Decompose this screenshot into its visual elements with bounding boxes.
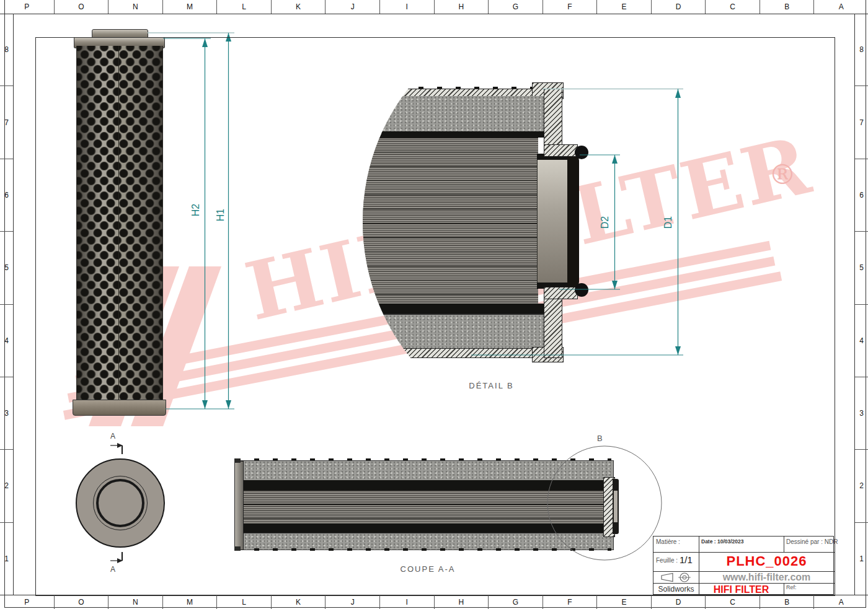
coupe-a-a-view [234,458,622,551]
grid-letter: C [705,595,760,609]
inner-tube [537,154,568,289]
sheet-number: 1/1 [680,554,693,565]
registered-trademark-icon: ® [769,159,796,190]
grid-number: 6 [0,159,13,231]
grid-letter: P [0,0,54,14]
end-cap-section [363,96,561,133]
grid-band-left: 87654321 [0,14,14,595]
sheet-label: Feuille : [656,557,678,564]
collar-lip-top [544,144,578,157]
grid-number: 5 [855,231,868,304]
grid-letter: M [162,595,217,609]
grid-number: 3 [855,377,868,449]
grid-number: 7 [855,85,868,158]
collar-lip-bottom [544,287,578,299]
collar-seal-highlight [614,491,618,522]
collar-wall-lower [544,292,562,358]
grid-letter: L [216,0,271,14]
grid-letter: O [54,0,108,14]
pleated-media-section [238,489,603,524]
grid-letter: B [760,595,814,609]
grid-number: 8 [855,14,868,85]
left-end-cap [234,461,244,550]
seal-band-bottom [238,524,606,533]
grid-number: 4 [0,304,13,377]
grid-band-bottom: PONMLKJIHGFEDCBA [0,595,868,609]
dim-label-d2: D2 [600,216,611,229]
drawing-sheet: HIFI FILTER ® A A [0,0,868,609]
o-ring-bottom [575,283,588,297]
title-block-divider [784,537,784,552]
grid-letter: O [54,595,108,609]
top-view-inner-ring [96,479,144,527]
drawn-by-label: Dessiné par : NDR [786,538,838,545]
grid-number: 7 [0,85,13,158]
mesh-center-seam [118,46,119,404]
section-bottom-notches [236,548,611,551]
title-block-divider [653,583,835,584]
seal-band-top [238,480,606,489]
grid-number: 2 [855,449,868,522]
grid-letter: N [108,595,162,609]
left-cap-notch [234,546,241,551]
grid-letter: A [813,595,868,609]
brand-name: HIFI FILTER [699,584,784,595]
pleated-media-section [363,138,538,304]
filter-perforated-mesh [76,46,163,404]
grid-letter: J [325,595,379,609]
grid-letter: J [325,0,379,14]
grid-letter: E [596,0,651,14]
section-cut-letter-bottom: A [110,565,115,574]
dim-label-h2: H2 [190,204,202,216]
grid-letter: M [162,0,217,14]
grid-letter: D [651,0,706,14]
grid-number: 2 [0,449,13,522]
grid-letter: H [434,0,489,14]
grid-letter: D [651,595,706,609]
o-ring-top [575,146,588,159]
grid-letter: G [488,595,542,609]
grid-letter: E [596,595,651,609]
projection-symbol-icon [660,572,694,582]
collar-wall-upper [544,89,562,151]
ref-label: Ref: [786,584,797,590]
seal-band-bottom [363,304,544,313]
detail-b-view [363,87,611,357]
grid-letter: I [379,595,434,609]
title-block-divider [653,552,835,553]
grid-band-right: 87654321 [854,14,868,595]
grid-letter: I [379,0,434,14]
grid-band-top: PONMLKJIHGFEDCBA [0,0,868,14]
dim-label-h1: H1 [215,209,226,221]
software-label: Solidworks [653,585,699,594]
grid-letter: A [813,0,868,14]
grid-letter: H [434,595,489,609]
grid-number: 1 [0,522,13,595]
grid-letter: P [0,595,54,609]
coupe-a-a-caption: COUPE A-A [381,564,474,574]
section-cut-letter-top: A [110,432,115,440]
part-number: PLHC_0026 [699,553,835,569]
grid-letter: C [705,0,760,14]
outer-shell-top [236,460,614,481]
dim-label-d1: D1 [663,216,674,229]
grid-letter: G [488,0,542,14]
grid-number: 6 [855,159,868,231]
left-cap-notch [234,458,241,463]
seal-band-top [363,131,544,138]
grid-letter: B [760,0,814,14]
grid-letter: K [271,595,326,609]
date-label: Date : 10/03/2023 [701,538,744,545]
website-text: www.hifi-filter.com [699,572,835,583]
grid-number: 4 [855,304,868,377]
grid-letter: F [542,0,597,14]
outer-shell-bottom [236,533,614,550]
grid-number: 8 [0,14,13,85]
grid-letter: L [216,595,271,609]
detail-b-caption: DÉTAIL B [446,381,536,390]
seal-ring-section [567,155,579,287]
grid-number: 5 [0,231,13,304]
material-label: Matière : [656,538,680,545]
filter-bottom-cap [73,400,166,416]
grid-number: 1 [855,522,868,595]
